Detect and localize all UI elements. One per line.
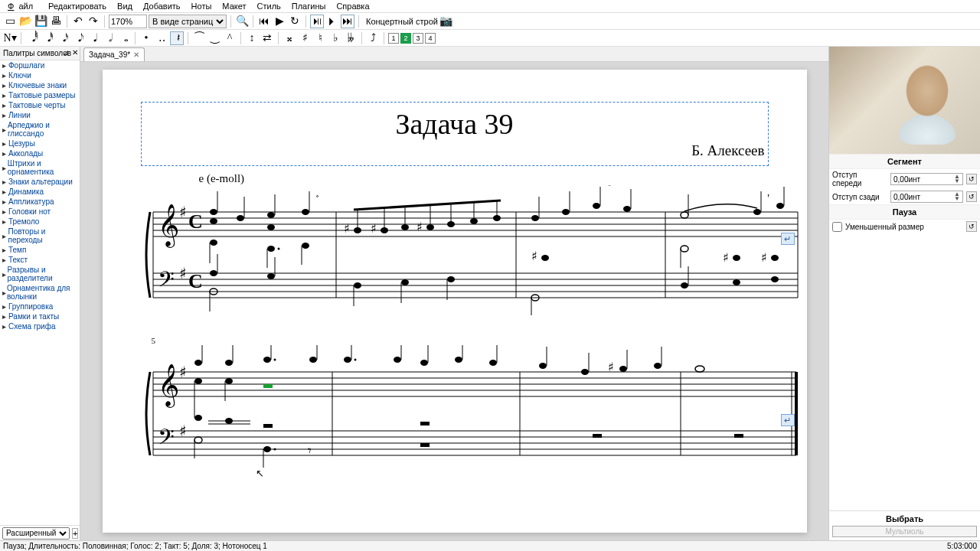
palette-item[interactable]: ▸Схема грифа xyxy=(0,321,80,331)
double-flat-icon[interactable]: 𝄫 xyxy=(344,31,358,45)
palette-item[interactable]: ▸Тактовые размеры xyxy=(0,90,80,100)
voice-3-button[interactable]: 3 xyxy=(413,33,423,44)
palette-item[interactable]: ▸Тремоло xyxy=(0,217,80,227)
double-sharp-icon[interactable]: 𝄪 xyxy=(283,31,296,45)
menu-style[interactable]: Стиль xyxy=(253,0,286,12)
zoom-input[interactable] xyxy=(109,15,147,28)
note-8-icon[interactable]: 𝅘𝅥𝅮 xyxy=(71,31,85,45)
flat-icon[interactable]: ♭ xyxy=(328,31,342,45)
palette-item[interactable]: ▸Темп xyxy=(0,245,80,255)
flip-icon[interactable]: ↕ xyxy=(245,31,259,45)
new-score-icon[interactable]: ▭ xyxy=(3,15,17,28)
palette-item[interactable]: ▸Цезуры xyxy=(0,139,80,148)
small-checkbox[interactable] xyxy=(832,222,842,232)
open-icon[interactable]: 📂 xyxy=(18,15,32,28)
palette-item[interactable]: ▸Акколады xyxy=(0,148,80,158)
play-repeats-icon[interactable]: ⏯ xyxy=(310,15,324,28)
palette-item[interactable]: ▸Рамки и такты xyxy=(0,311,80,321)
tie-icon[interactable]: ⁀ xyxy=(192,31,206,45)
loop-icon[interactable]: ↻ xyxy=(288,15,302,28)
workspace-select[interactable]: Расширенный xyxy=(2,527,70,540)
music-system-1[interactable]: 𝄞 𝄢 ♯ ♯ C C 𝆹 xyxy=(141,185,799,319)
palette-item[interactable]: ▸Разрывы и разделители xyxy=(0,265,80,283)
menu-layout[interactable]: Макет xyxy=(217,0,250,12)
double-dot-icon[interactable]: ‥ xyxy=(155,31,168,45)
reset-icon[interactable]: ↺ xyxy=(966,191,977,202)
save-icon[interactable]: 💾 xyxy=(34,15,47,28)
palette-item[interactable]: ▸Арпеджио и глиссандо xyxy=(0,120,80,139)
menu-plugins[interactable]: Плагины xyxy=(287,0,331,12)
menu-notes[interactable]: Ноты xyxy=(187,0,217,12)
menu-add[interactable]: Добавить xyxy=(139,0,185,12)
concert-pitch-button[interactable]: Концертный строй xyxy=(366,17,438,26)
print-icon[interactable]: 🖶 xyxy=(49,15,63,28)
palette-item[interactable]: ▸Форшлаги xyxy=(0,60,80,70)
note-2-icon[interactable]: 𝅗𝅥 xyxy=(102,31,116,45)
repitch-icon[interactable]: ⇄ xyxy=(260,31,274,45)
score-viewport[interactable]: Задача 39 Б. Алексеев e (e-moll) xyxy=(80,62,828,540)
note-64-icon[interactable]: 𝅘𝅥𝅱 xyxy=(25,31,39,45)
palette-item[interactable]: ▸Линии xyxy=(0,110,80,120)
palette-item[interactable]: ▸Орнаментика для волынки xyxy=(0,283,80,302)
play-icon[interactable]: ▶ xyxy=(273,15,286,28)
score-composer[interactable]: Б. Алексеев xyxy=(142,142,768,159)
note-16-icon[interactable]: 𝅘𝅥𝅯 xyxy=(56,31,70,45)
close-icon[interactable]: ✕ xyxy=(72,48,78,57)
natural-icon[interactable]: ♮ xyxy=(313,31,327,45)
palette-item[interactable]: ▸Тактовые черты xyxy=(0,100,80,110)
svg-point-29 xyxy=(302,209,309,215)
system-break-icon[interactable]: ↵ xyxy=(781,233,795,245)
slur-icon[interactable]: ‿ xyxy=(207,31,221,45)
sharp-icon[interactable]: ♯ xyxy=(298,31,312,45)
voice-4-button[interactable]: 4 xyxy=(425,33,436,44)
trailing-space-input[interactable]: 0,00инт▲▼ xyxy=(890,191,963,203)
voice-2-button[interactable]: 2 xyxy=(400,33,411,44)
zoom-icon[interactable]: 🔍 xyxy=(235,15,249,28)
palette-item[interactable]: ▸Текст xyxy=(0,255,80,265)
tempo-text[interactable]: e (e-moll) xyxy=(199,172,769,185)
palette-item[interactable]: ▸Головки нот xyxy=(0,207,80,217)
view-mode-select[interactable]: В виде страниц xyxy=(149,15,227,28)
metronome-icon[interactable]: ⏭ xyxy=(341,15,354,28)
undo-icon[interactable]: ↶ xyxy=(71,15,85,28)
rewind-icon[interactable]: ⏮ xyxy=(257,15,271,28)
marcato-icon[interactable]: ^ xyxy=(223,31,237,45)
menu-help[interactable]: Справка xyxy=(332,0,374,12)
note-input-icon[interactable]: N▾ xyxy=(3,31,17,45)
reset-icon[interactable]: ↺ xyxy=(966,174,977,184)
note-32-icon[interactable]: 𝅘𝅥𝅰 xyxy=(41,31,54,45)
palette-item[interactable]: ▸Повторы и переходы xyxy=(0,227,80,245)
menu-file[interactable]: Файл xyxy=(3,0,42,12)
redo-icon[interactable]: ↷ xyxy=(87,15,100,28)
reset-icon[interactable]: ↺ xyxy=(966,221,977,232)
music-system-2[interactable]: 𝄞 𝄢 ♯ ♯ xyxy=(141,345,799,479)
palette-item[interactable]: ▸Знаки альтерации xyxy=(0,177,80,187)
palette-item[interactable]: ▸Штрихи и орнаментика xyxy=(0,158,80,177)
menu-view[interactable]: Вид xyxy=(113,0,137,12)
note-1-icon[interactable]: 𝅝 xyxy=(117,31,131,45)
palette-item[interactable]: ▸Ключевые знаки xyxy=(0,80,80,90)
pan-icon[interactable]: ⏵ xyxy=(325,15,339,28)
image-capture-icon[interactable]: 📷 xyxy=(439,15,453,28)
tab-score[interactable]: Задача_39* ✕ xyxy=(83,47,145,61)
pin-icon[interactable]: ⊿ xyxy=(63,48,69,57)
dot-icon[interactable]: • xyxy=(139,31,153,45)
add-workspace-button[interactable]: + xyxy=(72,528,78,539)
palette-item[interactable]: ▸Динамика xyxy=(0,187,80,197)
system-break-icon[interactable]: ↵ xyxy=(781,414,795,426)
voice-1-button[interactable]: 1 xyxy=(388,33,399,44)
note-4-icon[interactable]: 𝅘𝅥 xyxy=(87,31,100,45)
palette-item[interactable]: ▸Ключи xyxy=(0,70,80,80)
score-title[interactable]: Задача 39 xyxy=(142,107,768,141)
palette-item[interactable]: ▸Группировка xyxy=(0,302,80,311)
palette-item[interactable]: ▸Аппликатура xyxy=(0,197,80,207)
rest-icon[interactable]: 𝄽 xyxy=(170,31,184,45)
svg-point-170 xyxy=(654,363,662,369)
svg-text:*: * xyxy=(608,185,612,191)
flip-direction-icon[interactable]: ⤴ xyxy=(366,31,380,45)
menu-edit[interactable]: Редактировать xyxy=(44,0,111,12)
leading-space-input[interactable]: 0,00инт▲▼ xyxy=(890,173,963,185)
tab-close-icon[interactable]: ✕ xyxy=(133,51,139,59)
tuplet-button[interactable]: Мультиоль xyxy=(832,526,977,537)
title-frame[interactable]: Задача 39 Б. Алексеев xyxy=(141,102,769,166)
